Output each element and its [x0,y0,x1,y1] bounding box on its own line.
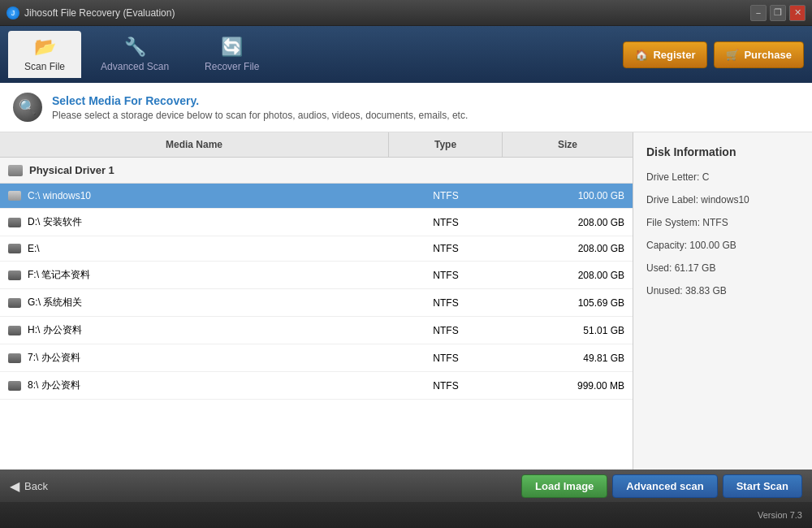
purchase-button[interactable]: 🛒 Purchase [714,41,804,68]
col-size: Size [503,132,633,157]
title-bar-controls: − ❐ ✕ [750,5,806,21]
start-scan-button[interactable]: Start Scan [723,474,802,498]
tab-advanced-scan-label: Advanced Scan [101,61,169,72]
info-icon: 🔍 [13,93,42,122]
tab-advanced-scan[interactable]: 🔧 Advanced Scan [84,31,185,78]
drive-name-label: 7:\ 办公资料 [28,351,80,365]
col-media-name: Media Name [0,132,389,157]
info-text: Select Media For Recovery. Please select… [52,94,468,121]
disk-info-used: Used: 61.17 GB [646,261,799,275]
tab-recover-file-label: Recover File [205,61,259,72]
drive-type-label: NTFS [389,344,503,371]
main-content: 🔍 Select Media For Recovery. Please sele… [0,83,812,470]
table-row[interactable]: F:\ 笔记本资料NTFS208.00 GB [0,262,633,289]
back-arrow-icon: ◀ [10,478,19,494]
drive-hdd-icon [8,326,21,335]
advanced-scan-icon: 🔧 [124,37,146,58]
drive-type-label: NTFS [389,236,503,261]
drive-size-label: 51.01 GB [503,317,633,344]
drive-size-label: 999.00 MB [503,372,633,399]
drive-name-label: D:\ 安装软件 [28,215,82,229]
header: 📂 Scan File 🔧 Advanced Scan 🔄 Recover Fi… [0,26,812,83]
drive-hdd-icon [8,270,21,280]
drive-hdd-icon [8,298,21,308]
title-bar-left: J Jihosoft File Recovery (Evaluation) [6,6,175,19]
load-image-button[interactable]: Load Image [521,474,607,498]
drive-hdd-icon [8,191,21,201]
disk-info-capacity: Capacity: 100.00 GB [646,238,799,253]
disk-info-drive-letter: Drive Letter: C [646,170,799,184]
drive-hdd-icon [8,381,21,391]
table-header: Media Name Type Size [0,132,633,158]
drive-size-label: 208.00 GB [503,236,633,261]
version-label: Version 7.3 [758,510,802,520]
drive-size-label: 49.81 GB [503,344,633,371]
drive-name-label: 8:\ 办公资料 [28,379,80,392]
table-row[interactable]: H:\ 办公资料NTFS51.01 GB [0,317,633,344]
window-title: Jihosoft File Recovery (Evaluation) [24,7,175,19]
back-button[interactable]: ◀ Back [10,478,48,494]
table-row[interactable]: G:\ 系统相关NTFS105.69 GB [0,289,633,317]
physical-driver-label: Physical Driver 1 [29,164,114,176]
purchase-label: Purchase [744,49,792,61]
table-row[interactable]: C:\ windows10NTFS100.00 GB [0,184,633,209]
tab-recover-file[interactable]: 🔄 Recover File [188,31,275,78]
drive-name-label: H:\ 办公资料 [28,323,82,337]
register-button[interactable]: 🏠 Register [623,41,707,68]
drive-type-label: NTFS [389,184,503,208]
physical-driver-hdd-icon [8,165,23,176]
drive-name-label: C:\ windows10 [28,190,91,201]
table-row[interactable]: D:\ 安装软件NTFS208.00 GB [0,209,633,236]
drive-type-label: NTFS [389,372,503,399]
close-button[interactable]: ✕ [789,5,806,21]
tab-scan-file[interactable]: 📂 Scan File [8,31,81,78]
back-label: Back [24,480,48,492]
status-bar: Version 7.3 [0,502,812,528]
disk-info-panel: Disk Information Drive Letter: C Drive L… [633,132,812,470]
scan-file-icon: 📂 [34,37,56,58]
table-row[interactable]: E:\ NTFS208.00 GB [0,236,633,262]
recover-file-icon: 🔄 [221,37,243,58]
purchase-icon: 🛒 [726,49,739,61]
drive-name-label: F:\ 笔记本资料 [28,268,90,282]
table-row[interactable]: 8:\ 办公资料NTFS999.00 MB [0,372,633,400]
disk-info-unused: Unused: 38.83 GB [646,283,799,298]
drive-size-label: 208.00 GB [503,262,633,288]
info-bar: 🔍 Select Media For Recovery. Please sele… [0,83,812,132]
drive-size-label: 105.69 GB [503,289,633,316]
footer: ◀ Back Load Image Advanced scan Start Sc… [0,470,812,502]
drive-type-label: NTFS [389,209,503,236]
app-icon: J [6,6,19,19]
register-label: Register [653,49,695,61]
tab-bar: 📂 Scan File 🔧 Advanced Scan 🔄 Recover Fi… [8,26,275,83]
info-description: Please select a storage device below to … [52,110,468,121]
info-title: Select Media For Recovery. [52,94,468,107]
drive-size-label: 208.00 GB [503,209,633,236]
drive-type-label: NTFS [389,289,503,316]
disk-info-drive-label: Drive Label: windows10 [646,193,799,207]
drive-type-label: NTFS [389,317,503,344]
minimize-button[interactable]: − [750,5,767,21]
physical-driver-row: Physical Driver 1 [0,158,633,184]
drive-name-label: G:\ 系统相关 [28,296,82,309]
drive-hdd-icon [8,353,21,363]
content-area: Media Name Type Size Physical Driver 1 C… [0,132,812,470]
disk-info-title: Disk Information [646,145,799,158]
advanced-scan-button[interactable]: Advanced scan [612,474,717,498]
drive-name-label: E:\ [28,243,40,254]
maximize-button[interactable]: ❐ [770,5,786,21]
drive-hdd-icon [8,218,21,227]
col-type: Type [389,132,503,157]
register-icon: 🏠 [635,49,648,61]
drive-list: C:\ windows10NTFS100.00 GBD:\ 安装软件NTFS20… [0,184,633,400]
disk-info-file-system: File System: NTFS [646,215,799,230]
table-area: Media Name Type Size Physical Driver 1 C… [0,132,633,470]
table-row[interactable]: 7:\ 办公资料NTFS49.81 GB [0,344,633,372]
header-actions: 🏠 Register 🛒 Purchase [623,41,804,68]
title-bar: J Jihosoft File Recovery (Evaluation) − … [0,0,812,26]
drive-size-label: 100.00 GB [503,184,633,208]
drive-hdd-icon [8,244,21,253]
tab-scan-file-label: Scan File [24,61,65,72]
drive-type-label: NTFS [389,262,503,288]
footer-actions: Load Image Advanced scan Start Scan [521,474,802,498]
